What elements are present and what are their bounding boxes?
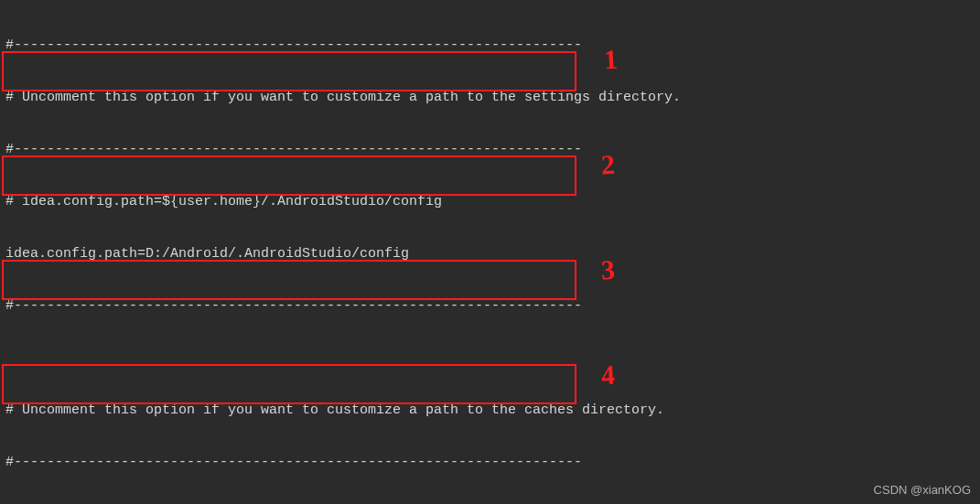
code-line	[5, 349, 980, 367]
code-line: #---------------------------------------…	[5, 297, 980, 315]
annotation-4: 4	[601, 366, 616, 384]
annotation-2: 2	[601, 155, 616, 174]
annotation-1: 1	[604, 50, 619, 69]
code-line: #---------------------------------------…	[5, 37, 980, 54]
highlight-box-1	[2, 51, 576, 91]
code-line: idea.config.path=D:/Android/.AndroidStud…	[5, 245, 980, 263]
code-line: #---------------------------------------…	[5, 141, 980, 158]
code-editor[interactable]: #---------------------------------------…	[0, 0, 980, 504]
annotation-3: 3	[601, 261, 616, 279]
highlight-box-3	[2, 260, 576, 300]
highlight-box-2	[2, 155, 576, 196]
highlight-box-4	[2, 364, 576, 404]
watermark: CSDN @xianKOG	[874, 481, 971, 499]
code-line: # Uncomment this option if you want to c…	[5, 402, 980, 419]
code-line: # Uncomment this option if you want to c…	[5, 89, 980, 106]
code-line: # idea.config.path=${user.home}/.Android…	[5, 193, 980, 210]
code-line: #---------------------------------------…	[5, 454, 980, 471]
